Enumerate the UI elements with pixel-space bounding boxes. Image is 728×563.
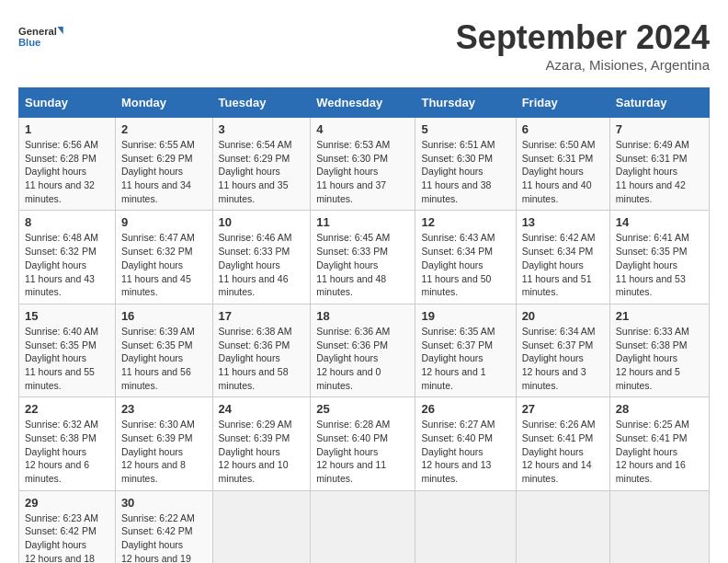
week-row-3: 8Sunrise: 6:48 AMSunset: 6:32 PMDaylight… bbox=[19, 211, 710, 304]
title-area: September 2024 Azara, Misiones, Argentin… bbox=[456, 18, 710, 73]
logo-svg: General Blue bbox=[18, 18, 64, 55]
day-number: 17 bbox=[219, 309, 305, 323]
calendar-cell: 2Sunrise: 6:55 AMSunset: 6:29 PMDaylight… bbox=[115, 118, 212, 211]
calendar-cell bbox=[311, 490, 415, 563]
calendar-table: SundayMondayTuesdayWednesdayThursdayFrid… bbox=[18, 87, 710, 563]
day-number: 7 bbox=[616, 122, 703, 136]
day-number: 2 bbox=[121, 122, 207, 136]
week-row-6: 29Sunrise: 6:23 AMSunset: 6:42 PMDayligh… bbox=[19, 490, 710, 563]
day-info: Sunrise: 6:55 AMSunset: 6:29 PMDaylight … bbox=[121, 138, 207, 205]
day-info: Sunrise: 6:33 AMSunset: 6:38 PMDaylight … bbox=[616, 325, 703, 392]
header-day-monday: Monday bbox=[115, 88, 212, 118]
calendar-cell: 14Sunrise: 6:41 AMSunset: 6:35 PMDayligh… bbox=[609, 211, 709, 304]
day-info: Sunrise: 6:48 AMSunset: 6:32 PMDaylight … bbox=[25, 231, 109, 298]
calendar-cell: 19Sunrise: 6:35 AMSunset: 6:37 PMDayligh… bbox=[415, 304, 516, 396]
location-subtitle: Azara, Misiones, Argentina bbox=[456, 57, 710, 73]
calendar-cell: 30Sunrise: 6:22 AMSunset: 6:42 PMDayligh… bbox=[115, 490, 212, 563]
day-number: 1 bbox=[25, 122, 109, 136]
day-info: Sunrise: 6:56 AMSunset: 6:28 PMDaylight … bbox=[25, 138, 109, 205]
svg-text:General: General bbox=[18, 26, 57, 37]
calendar-cell: 17Sunrise: 6:38 AMSunset: 6:36 PMDayligh… bbox=[212, 304, 311, 396]
calendar-cell: 25Sunrise: 6:28 AMSunset: 6:40 PMDayligh… bbox=[311, 397, 415, 490]
day-number: 5 bbox=[421, 122, 509, 136]
calendar-cell: 13Sunrise: 6:42 AMSunset: 6:34 PMDayligh… bbox=[516, 211, 609, 304]
day-info: Sunrise: 6:39 AMSunset: 6:35 PMDaylight … bbox=[121, 325, 207, 392]
calendar-cell: 6Sunrise: 6:50 AMSunset: 6:31 PMDaylight… bbox=[516, 118, 609, 211]
day-info: Sunrise: 6:28 AMSunset: 6:40 PMDaylight … bbox=[316, 418, 409, 485]
day-info: Sunrise: 6:41 AMSunset: 6:35 PMDaylight … bbox=[616, 231, 703, 298]
calendar-cell: 1Sunrise: 6:56 AMSunset: 6:28 PMDaylight… bbox=[19, 118, 116, 211]
day-info: Sunrise: 6:22 AMSunset: 6:42 PMDaylight … bbox=[121, 511, 207, 563]
header-day-sunday: Sunday bbox=[19, 88, 116, 118]
day-info: Sunrise: 6:26 AMSunset: 6:41 PMDaylight … bbox=[522, 418, 604, 485]
day-info: Sunrise: 6:51 AMSunset: 6:30 PMDaylight … bbox=[421, 138, 509, 205]
calendar-cell: 15Sunrise: 6:40 AMSunset: 6:35 PMDayligh… bbox=[19, 304, 116, 396]
day-info: Sunrise: 6:43 AMSunset: 6:34 PMDaylight … bbox=[421, 231, 509, 298]
calendar-cell bbox=[516, 490, 609, 563]
calendar-cell: 18Sunrise: 6:36 AMSunset: 6:36 PMDayligh… bbox=[311, 304, 415, 396]
week-row-4: 15Sunrise: 6:40 AMSunset: 6:35 PMDayligh… bbox=[19, 304, 710, 396]
day-info: Sunrise: 6:54 AMSunset: 6:29 PMDaylight … bbox=[219, 138, 305, 205]
day-number: 20 bbox=[522, 309, 604, 323]
day-info: Sunrise: 6:35 AMSunset: 6:37 PMDaylight … bbox=[421, 325, 509, 392]
day-info: Sunrise: 6:27 AMSunset: 6:40 PMDaylight … bbox=[421, 418, 509, 485]
calendar-cell: 26Sunrise: 6:27 AMSunset: 6:40 PMDayligh… bbox=[415, 397, 516, 490]
header-day-tuesday: Tuesday bbox=[212, 88, 311, 118]
calendar-cell: 3Sunrise: 6:54 AMSunset: 6:29 PMDaylight… bbox=[212, 118, 311, 211]
calendar-cell bbox=[212, 490, 311, 563]
calendar-cell: 24Sunrise: 6:29 AMSunset: 6:39 PMDayligh… bbox=[212, 397, 311, 490]
header-day-friday: Friday bbox=[516, 88, 609, 118]
day-number: 30 bbox=[121, 496, 207, 510]
day-info: Sunrise: 6:46 AMSunset: 6:33 PMDaylight … bbox=[219, 231, 305, 298]
day-info: Sunrise: 6:47 AMSunset: 6:32 PMDaylight … bbox=[121, 231, 207, 298]
day-number: 13 bbox=[522, 215, 604, 229]
day-info: Sunrise: 6:36 AMSunset: 6:36 PMDaylight … bbox=[316, 325, 409, 392]
calendar-cell: 29Sunrise: 6:23 AMSunset: 6:42 PMDayligh… bbox=[19, 490, 116, 563]
day-info: Sunrise: 6:50 AMSunset: 6:31 PMDaylight … bbox=[522, 138, 604, 205]
svg-text:Blue: Blue bbox=[18, 37, 40, 48]
day-info: Sunrise: 6:30 AMSunset: 6:39 PMDaylight … bbox=[121, 418, 207, 485]
calendar-cell: 9Sunrise: 6:47 AMSunset: 6:32 PMDaylight… bbox=[115, 211, 212, 304]
day-number: 23 bbox=[121, 402, 207, 416]
day-number: 27 bbox=[522, 402, 604, 416]
calendar-cell: 27Sunrise: 6:26 AMSunset: 6:41 PMDayligh… bbox=[516, 397, 609, 490]
day-number: 9 bbox=[121, 215, 207, 229]
calendar-cell: 28Sunrise: 6:25 AMSunset: 6:41 PMDayligh… bbox=[609, 397, 709, 490]
svg-marker-2 bbox=[58, 27, 63, 34]
month-title: September 2024 bbox=[456, 18, 710, 57]
calendar-cell: 21Sunrise: 6:33 AMSunset: 6:38 PMDayligh… bbox=[609, 304, 709, 396]
day-number: 24 bbox=[219, 402, 305, 416]
day-number: 10 bbox=[219, 215, 305, 229]
day-number: 22 bbox=[25, 402, 109, 416]
calendar-cell: 5Sunrise: 6:51 AMSunset: 6:30 PMDaylight… bbox=[415, 118, 516, 211]
day-number: 16 bbox=[121, 309, 207, 323]
week-row-2: 1Sunrise: 6:56 AMSunset: 6:28 PMDaylight… bbox=[19, 118, 710, 211]
header-day-wednesday: Wednesday bbox=[311, 88, 415, 118]
day-number: 19 bbox=[421, 309, 509, 323]
calendar-cell: 4Sunrise: 6:53 AMSunset: 6:30 PMDaylight… bbox=[311, 118, 415, 211]
day-number: 25 bbox=[316, 402, 409, 416]
day-info: Sunrise: 6:23 AMSunset: 6:42 PMDaylight … bbox=[25, 511, 109, 563]
header: General Blue September 2024 Azara, Misio… bbox=[18, 18, 710, 73]
day-info: Sunrise: 6:32 AMSunset: 6:38 PMDaylight … bbox=[25, 418, 109, 485]
day-info: Sunrise: 6:53 AMSunset: 6:30 PMDaylight … bbox=[316, 138, 409, 205]
calendar-cell: 7Sunrise: 6:49 AMSunset: 6:31 PMDaylight… bbox=[609, 118, 709, 211]
logo: General Blue bbox=[18, 18, 64, 55]
day-number: 3 bbox=[219, 122, 305, 136]
day-number: 11 bbox=[316, 215, 409, 229]
day-info: Sunrise: 6:40 AMSunset: 6:35 PMDaylight … bbox=[25, 325, 109, 392]
calendar-cell: 11Sunrise: 6:45 AMSunset: 6:33 PMDayligh… bbox=[311, 211, 415, 304]
calendar-cell: 22Sunrise: 6:32 AMSunset: 6:38 PMDayligh… bbox=[19, 397, 116, 490]
calendar-cell: 12Sunrise: 6:43 AMSunset: 6:34 PMDayligh… bbox=[415, 211, 516, 304]
day-number: 18 bbox=[316, 309, 409, 323]
calendar-cell: 20Sunrise: 6:34 AMSunset: 6:37 PMDayligh… bbox=[516, 304, 609, 396]
day-number: 15 bbox=[25, 309, 109, 323]
calendar-cell: 16Sunrise: 6:39 AMSunset: 6:35 PMDayligh… bbox=[115, 304, 212, 396]
day-info: Sunrise: 6:29 AMSunset: 6:39 PMDaylight … bbox=[219, 418, 305, 485]
header-day-thursday: Thursday bbox=[415, 88, 516, 118]
day-info: Sunrise: 6:38 AMSunset: 6:36 PMDaylight … bbox=[219, 325, 305, 392]
calendar-cell bbox=[609, 490, 709, 563]
day-info: Sunrise: 6:45 AMSunset: 6:33 PMDaylight … bbox=[316, 231, 409, 298]
day-info: Sunrise: 6:25 AMSunset: 6:41 PMDaylight … bbox=[616, 418, 703, 485]
day-number: 4 bbox=[316, 122, 409, 136]
